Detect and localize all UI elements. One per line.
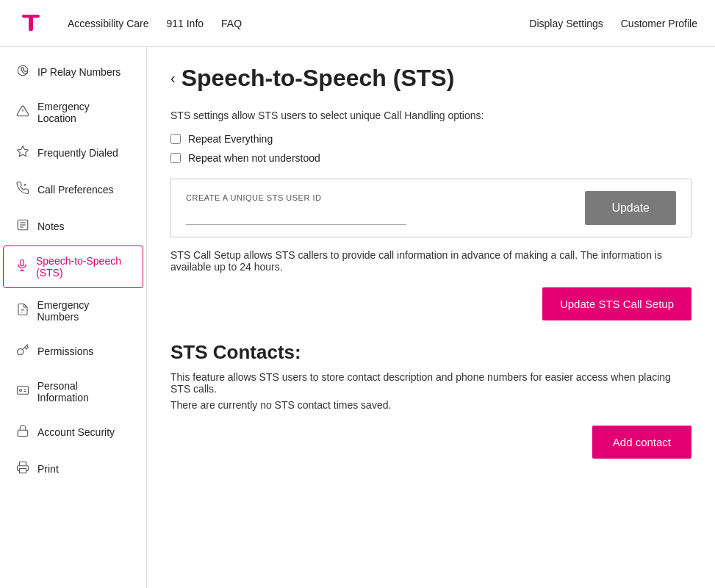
sidebar-item-permissions[interactable]: Permissions xyxy=(3,334,143,369)
main-content: ‹ Speech-to-Speech (STS) STS settings al… xyxy=(147,47,715,588)
checkbox-repeat-everything-label: Repeat Everything xyxy=(188,133,273,145)
checkbox-repeat-everything[interactable]: Repeat Everything xyxy=(170,133,691,145)
svg-rect-1 xyxy=(29,15,33,31)
header-nav-right: Display Settings Customer Profile xyxy=(529,18,697,29)
tmobile-logo-icon xyxy=(18,9,44,35)
sidebar-label-notes: Notes xyxy=(37,220,65,232)
document-phone-icon xyxy=(15,303,29,319)
sidebar-item-print[interactable]: Print xyxy=(3,451,143,487)
page-header: ‹ Speech-to-Speech (STS) xyxy=(170,65,691,92)
contacts-empty-message: There are currently no STS contact times… xyxy=(170,399,691,411)
sidebar-label-frequently-dialed: Frequently Dialed xyxy=(37,147,118,159)
sidebar-label-personal-information: Personal Information xyxy=(37,380,131,404)
svg-rect-12 xyxy=(21,260,24,266)
notes-icon xyxy=(15,218,30,234)
star-icon xyxy=(15,145,30,161)
nav-accessibility-care[interactable]: Accessibility Care xyxy=(68,18,148,29)
sidebar-item-personal-information[interactable]: Personal Information xyxy=(3,370,143,413)
sidebar-label-emergency-location: Emergency Location xyxy=(37,101,131,124)
sidebar-item-notes[interactable]: Notes xyxy=(3,209,143,244)
sts-id-box: CREATE A UNIQUE STS USER ID Update xyxy=(170,179,691,237)
contacts-description: This feature allows STS users to store c… xyxy=(170,371,691,395)
checkbox-repeat-not-understood-input[interactable] xyxy=(170,153,181,163)
sts-id-input[interactable] xyxy=(186,207,406,225)
checkbox-repeat-everything-input[interactable] xyxy=(170,134,181,144)
sidebar-item-call-preferences[interactable]: Call Preferences xyxy=(3,172,143,207)
header-nav: Accessibility Care 911 Info FAQ xyxy=(68,18,529,29)
sidebar-item-account-security[interactable]: Account Security xyxy=(3,415,143,450)
sidebar-item-emergency-location[interactable]: Emergency Location xyxy=(3,91,143,134)
printer-icon xyxy=(15,461,30,477)
svg-rect-19 xyxy=(18,430,28,436)
sidebar-item-emergency-numbers[interactable]: Emergency Numbers xyxy=(3,290,143,332)
add-contact-button[interactable]: Add contact xyxy=(592,426,691,459)
page-container: IP Relay Numbers Emergency Location Freq… xyxy=(0,47,715,588)
page-title: Speech-to-Speech (STS) xyxy=(182,65,455,92)
sidebar-item-speech-to-speech[interactable]: Speech-to-Speech (STS) xyxy=(3,245,143,288)
svg-rect-17 xyxy=(17,387,28,395)
nav-faq[interactable]: FAQ xyxy=(221,18,242,29)
sidebar-label-account-security: Account Security xyxy=(37,426,115,438)
update-id-button[interactable]: Update xyxy=(585,191,676,225)
checkbox-repeat-not-understood[interactable]: Repeat when not understood xyxy=(170,152,691,164)
sidebar-item-ip-relay-numbers[interactable]: IP Relay Numbers xyxy=(3,54,143,90)
contacts-title: STS Contacts: xyxy=(170,341,691,364)
svg-rect-20 xyxy=(20,469,26,473)
sidebar-label-ip-relay-numbers: IP Relay Numbers xyxy=(37,66,121,78)
lock-icon xyxy=(15,424,30,440)
sidebar-label-emergency-numbers: Emergency Numbers xyxy=(37,299,131,323)
nav-display-settings[interactable]: Display Settings xyxy=(529,18,603,29)
nav-911-info[interactable]: 911 Info xyxy=(166,18,204,29)
sidebar-label-print: Print xyxy=(37,463,59,475)
alert-triangle-icon xyxy=(15,104,30,121)
sidebar-item-frequently-dialed[interactable]: Frequently Dialed xyxy=(3,135,143,171)
checkbox-repeat-not-understood-label: Repeat when not understood xyxy=(188,152,320,164)
checkbox-group: Repeat Everything Repeat when not unders… xyxy=(170,133,691,164)
sidebar-label-call-preferences: Call Preferences xyxy=(37,184,114,196)
sts-id-field-group: CREATE A UNIQUE STS USER ID xyxy=(186,193,406,225)
sts-id-label: CREATE A UNIQUE STS USER ID xyxy=(186,193,406,202)
sidebar-label-speech-to-speech: Speech-to-Speech (STS) xyxy=(36,255,131,279)
nav-customer-profile[interactable]: Customer Profile xyxy=(621,18,697,29)
call-setup-description: STS Call Setup allows STS callers to pro… xyxy=(170,249,691,273)
update-sts-call-setup-button[interactable]: Update STS Call Setup xyxy=(542,287,691,320)
sts-description: STS settings allow STS users to select u… xyxy=(170,110,691,121)
person-card-icon xyxy=(15,384,30,400)
sidebar-label-permissions: Permissions xyxy=(37,345,93,357)
key-icon xyxy=(15,343,30,359)
header: Accessibility Care 911 Info FAQ Display … xyxy=(0,0,715,47)
back-button[interactable]: ‹ xyxy=(170,70,176,87)
svg-marker-5 xyxy=(18,146,29,157)
svg-point-18 xyxy=(19,390,21,392)
circle-phone-icon xyxy=(15,64,30,80)
phone-settings-icon xyxy=(15,182,30,198)
mic-icon xyxy=(15,259,29,275)
sidebar: IP Relay Numbers Emergency Location Freq… xyxy=(0,47,147,588)
logo xyxy=(18,9,44,37)
